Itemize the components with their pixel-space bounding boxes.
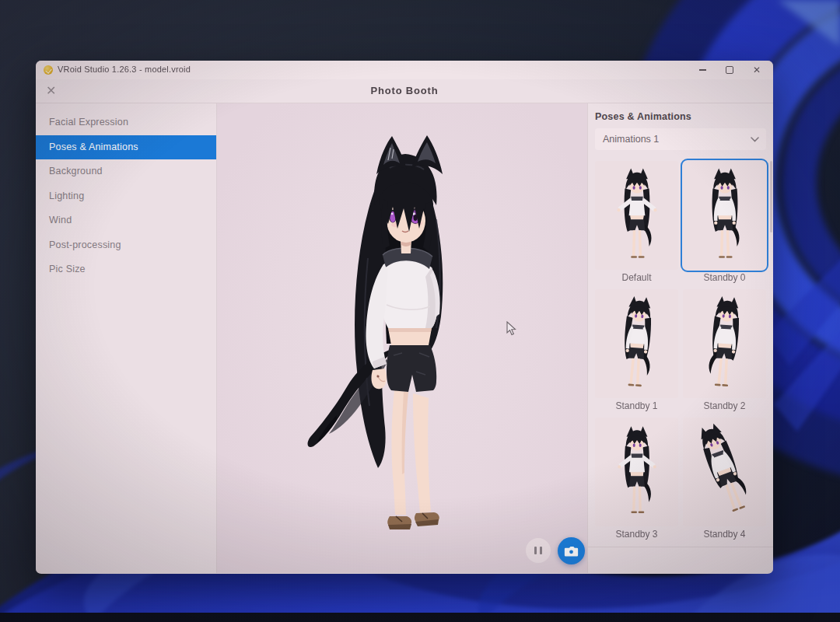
sidebar-item-pic-size[interactable]: Pic Size xyxy=(36,257,216,282)
photo-booth-sidebar: Facial Expression Poses & Animations Bac… xyxy=(36,103,217,573)
pose-label: Standby 3 xyxy=(595,526,678,542)
maximize-button[interactable] xyxy=(719,61,740,79)
pose-thumbnail[interactable] xyxy=(683,161,766,270)
pose-label: Standby 1 xyxy=(595,398,678,414)
photo-booth-header: ✕ Photo Booth xyxy=(36,79,773,103)
pose-label: Standby 4 xyxy=(683,526,766,542)
pose-thumbnail[interactable] xyxy=(683,418,766,526)
pose-thumbnail[interactable] xyxy=(595,161,678,270)
pose-card-standby-1[interactable]: Standby 1 xyxy=(595,289,678,414)
character-preview-stage[interactable] xyxy=(217,103,587,573)
pose-thumbnail[interactable] xyxy=(595,289,678,398)
pose-grid-scrollbar[interactable] xyxy=(770,161,772,232)
pose-card-standby-3[interactable]: Standby 3 xyxy=(595,418,678,542)
pose-label: Standby 2 xyxy=(683,398,766,414)
sidebar-item-poses-animations[interactable]: Poses & Animations xyxy=(36,135,216,160)
pose-card-standby-4[interactable]: Standby 4 xyxy=(683,418,766,542)
character-render xyxy=(303,134,505,546)
pose-card-standby-0[interactable]: Standby 0 xyxy=(683,161,766,285)
window-close-button[interactable]: ✕ xyxy=(747,61,767,79)
sidebar-item-facial-expression[interactable]: Facial Expression xyxy=(36,110,216,135)
panel-divider xyxy=(588,547,773,547)
poses-panel: Poses & Animations Animations 1 Default … xyxy=(587,103,773,573)
sidebar-item-wind[interactable]: Wind xyxy=(36,208,216,233)
poses-panel-title: Poses & Animations xyxy=(595,111,766,122)
mouse-cursor xyxy=(506,321,516,336)
chevron-down-icon xyxy=(751,137,759,142)
take-photo-button[interactable] xyxy=(558,537,585,564)
pose-card-default[interactable]: Default xyxy=(595,161,678,285)
minimize-button[interactable] xyxy=(692,61,712,79)
pose-character-render xyxy=(607,166,667,267)
camera-icon xyxy=(564,545,579,557)
pose-thumbnail[interactable] xyxy=(595,418,678,526)
sidebar-item-lighting[interactable]: Lighting xyxy=(36,184,216,209)
pose-character-render xyxy=(603,292,670,397)
sidebar-item-background[interactable]: Background xyxy=(36,159,216,184)
animation-set-dropdown[interactable]: Animations 1 xyxy=(595,128,766,150)
pose-label: Default xyxy=(595,270,678,285)
window-title: VRoid Studio 1.26.3 - model.vroid xyxy=(58,65,191,74)
pose-character-render xyxy=(607,424,667,522)
pose-character-render xyxy=(678,413,770,529)
window-titlebar: VRoid Studio 1.26.3 - model.vroid ✕ xyxy=(36,61,773,79)
pose-grid: Default Standby 0 Standby 1 Standby 2 xyxy=(595,161,766,542)
pose-label: Standby 0 xyxy=(683,270,766,285)
pose-thumbnail[interactable] xyxy=(683,289,766,398)
animation-set-value: Animations 1 xyxy=(603,134,659,145)
page-title: Photo Booth xyxy=(36,85,773,96)
pose-character-render xyxy=(695,166,755,267)
vroid-app-icon xyxy=(44,65,53,75)
pose-card-standby-2[interactable]: Standby 2 xyxy=(683,289,766,414)
vroid-studio-window: VRoid Studio 1.26.3 - model.vroid ✕ ✕ Ph… xyxy=(36,61,773,574)
sidebar-item-post-processing[interactable]: Post-processing xyxy=(36,233,216,258)
pause-animation-button[interactable] xyxy=(526,538,551,563)
pose-character-render xyxy=(691,292,758,397)
